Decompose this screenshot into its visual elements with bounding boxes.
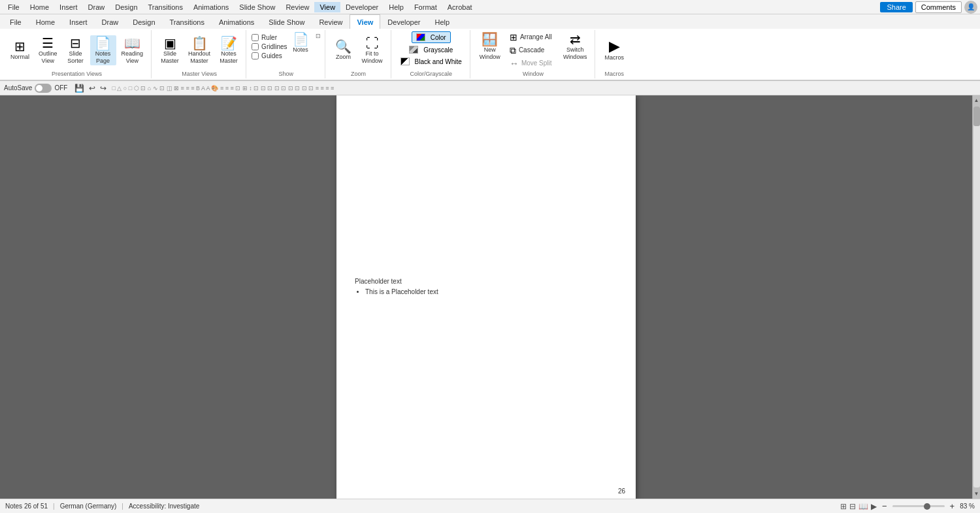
zoom-items: 🔍 Zoom ⛶ Fit toWindow	[331, 31, 387, 69]
slide-sorter-button[interactable]: ⊟ SlideSorter	[63, 35, 89, 66]
zoom-slider[interactable]	[892, 505, 945, 507]
placeholder-bullet: This is a Placeholder text	[365, 288, 438, 295]
scroll-track[interactable]	[973, 107, 980, 488]
tab-design[interactable]: Design	[125, 14, 162, 29]
undo-icon[interactable]: ↩	[87, 83, 97, 93]
group-zoom: 🔍 Zoom ⛶ Fit toWindow Zoom	[327, 30, 391, 78]
scroll-thumb[interactable]	[973, 107, 980, 126]
grayscale-button[interactable]: Grayscale	[405, 44, 457, 55]
macros-button[interactable]: ▶ Macros	[600, 38, 628, 63]
show-checkboxes: Ruler Gridlines Guides	[252, 34, 287, 59]
tab-animations[interactable]: Animations	[212, 14, 261, 29]
zoom-thumb[interactable]	[924, 503, 930, 510]
placeholder-heading: Placeholder text	[355, 278, 402, 285]
handout-master-icon: 📋	[191, 37, 208, 50]
outline-icon: ☰	[42, 37, 54, 50]
notes-page-button[interactable]: 📄 NotesPage	[90, 35, 116, 66]
reading-view-status-icon[interactable]: 📖	[858, 502, 868, 511]
slide-master-button[interactable]: ▣ SlideMaster	[157, 35, 183, 66]
menu-developer[interactable]: Developer	[340, 2, 384, 12]
autosave-state: OFF	[54, 84, 67, 91]
ruler-checkbox[interactable]	[252, 34, 259, 41]
separator-1: |	[53, 503, 55, 510]
tab-transitions[interactable]: Transitions	[163, 14, 212, 29]
user-avatar[interactable]: 👤	[964, 1, 977, 14]
reading-view-button[interactable]: 📖 ReadingView	[118, 35, 148, 66]
guides-checkbox-label[interactable]: Guides	[252, 52, 287, 59]
menu-slideshow[interactable]: Slide Show	[234, 2, 280, 12]
placeholder-list: This is a Placeholder text	[355, 288, 438, 295]
ribbon: File Home Insert Draw Design Transitions…	[0, 14, 980, 81]
ruler-label: Ruler	[261, 34, 277, 41]
tab-developer[interactable]: Developer	[380, 14, 427, 29]
share-button[interactable]: Share	[880, 2, 912, 12]
slide-sorter-icon: ⊟	[70, 37, 81, 50]
zoom-percent[interactable]: 83 %	[960, 503, 975, 510]
gridlines-checkbox[interactable]	[252, 43, 259, 50]
switch-windows-button[interactable]: ⇄ SwitchWindows	[559, 31, 591, 62]
fit-to-window-label: Fit toWindow	[362, 50, 383, 65]
menu-file[interactable]: File	[3, 2, 25, 12]
slideshow-status-icon[interactable]: ▶	[871, 502, 877, 511]
normal-view-status-icon[interactable]: ⊞	[840, 502, 847, 511]
master-views-label: Master Views	[182, 69, 217, 77]
menu-help[interactable]: Help	[384, 2, 409, 12]
menu-acrobat[interactable]: Acrobat	[442, 2, 478, 12]
save-icon[interactable]: 💾	[73, 83, 86, 93]
color-button[interactable]: Color	[412, 31, 451, 43]
notes-master-button[interactable]: 📝 NotesMaster	[216, 35, 242, 66]
normal-view-button[interactable]: ⊞ Normal	[7, 39, 33, 62]
tab-view[interactable]: View	[350, 14, 380, 29]
menu-design[interactable]: Design	[110, 2, 142, 12]
zoom-button[interactable]: 🔍 Zoom	[331, 39, 357, 62]
arrange-all-button[interactable]: ⊞ Arrange All	[506, 31, 558, 43]
fit-to-window-button[interactable]: ⛶ Fit toWindow	[358, 35, 387, 66]
window-items: 🪟 NewWindow ⊞ Arrange All ⧉ Cascade ↔ Mo…	[476, 31, 591, 69]
guides-checkbox[interactable]	[252, 52, 259, 59]
macros-group-label: Macros	[604, 69, 624, 77]
slide-sorter-status-icon[interactable]: ⊟	[849, 502, 856, 511]
tab-file[interactable]: File	[3, 14, 29, 29]
tab-draw[interactable]: Draw	[95, 14, 126, 29]
scroll-down-arrow[interactable]: ▼	[974, 489, 979, 499]
new-window-icon: 🪟	[482, 33, 498, 46]
group-macros: ▶ Macros Macros	[596, 30, 632, 78]
tab-insert[interactable]: Insert	[62, 14, 95, 29]
black-white-button[interactable]: Black and White	[397, 56, 466, 67]
redo-icon[interactable]: ↪	[98, 83, 108, 93]
notes-page-label: NotesPage	[95, 50, 111, 65]
outline-view-button[interactable]: ☰ OutlineView	[35, 35, 61, 66]
menu-transitions[interactable]: Transitions	[143, 2, 188, 12]
menu-animations[interactable]: Animations	[188, 2, 234, 12]
menu-review[interactable]: Review	[280, 2, 314, 12]
right-scrollbar[interactable]: ▲ ▼	[972, 95, 980, 499]
statusbar-right: ⊞ ⊟ 📖 ▶ − + 83 %	[840, 501, 975, 511]
menu-insert[interactable]: Insert	[54, 2, 83, 12]
outline-label: OutlineView	[39, 50, 57, 65]
cascade-button[interactable]: ⧉ Cascade	[506, 44, 558, 56]
tab-help[interactable]: Help	[427, 14, 457, 29]
autosave-toggle[interactable]	[35, 84, 52, 93]
ruler-checkbox-label[interactable]: Ruler	[252, 34, 287, 41]
notes-button[interactable]: 📄 Notes	[289, 31, 313, 55]
menu-home[interactable]: Home	[25, 2, 54, 12]
show-dialog-launcher[interactable]: ⊡	[316, 33, 321, 39]
new-window-button[interactable]: 🪟 NewWindow	[476, 31, 504, 62]
canvas-area[interactable]: Placeholder text This is a Placeholder t…	[0, 95, 972, 499]
tab-review[interactable]: Review	[312, 14, 350, 29]
tab-slideshow[interactable]: Slide Show	[261, 14, 312, 29]
handout-master-button[interactable]: 📋 HandoutMaster	[184, 35, 214, 66]
menu-view[interactable]: View	[314, 2, 340, 12]
move-split-button[interactable]: ↔ Move Split	[506, 58, 558, 69]
scroll-up-arrow[interactable]: ▲	[974, 95, 979, 105]
comments-button[interactable]: Comments	[915, 1, 962, 13]
presentation-views-label: Presentation Views	[52, 69, 102, 77]
tab-home[interactable]: Home	[29, 14, 62, 29]
gridlines-checkbox-label[interactable]: Gridlines	[252, 43, 287, 50]
zoom-plus[interactable]: +	[950, 501, 955, 511]
color-items: Color Grayscale Black and White	[397, 31, 466, 69]
menu-draw[interactable]: Draw	[83, 2, 110, 12]
toggle-knob	[36, 85, 42, 91]
zoom-minus[interactable]: −	[882, 501, 887, 511]
menu-format[interactable]: Format	[409, 2, 442, 12]
